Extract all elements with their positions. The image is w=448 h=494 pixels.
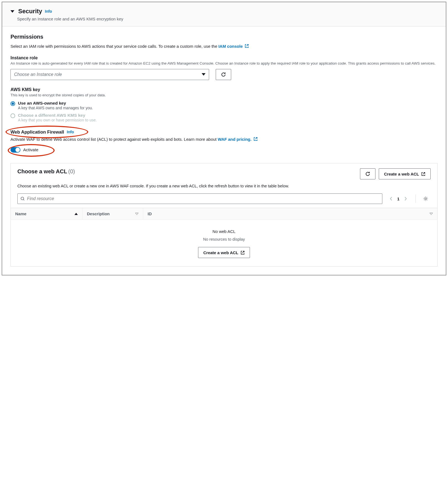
acl-title: Choose a web ACL [17, 168, 67, 174]
create-web-acl-button[interactable]: Create a web ACL [379, 168, 431, 179]
empty-subtitle: No resources to display [11, 237, 437, 241]
permissions-title: Permissions [10, 34, 438, 40]
kms-opt1-label: Use an AWS-owned key [18, 101, 93, 106]
waf-toggle-row: Activate [10, 147, 38, 153]
acl-header: Choose a web ACL (0) Create a web ACL [11, 163, 437, 183]
instance-role-help: An Instance role is auto-generated for e… [10, 61, 438, 66]
col-desc-label: Description [87, 211, 110, 216]
external-link-icon [421, 172, 425, 176]
kms-opt2-label: Choose a different AWS KMS key [18, 113, 97, 118]
waf-pricing-link[interactable]: WAF and pricing. [218, 137, 258, 142]
external-link-icon [254, 137, 258, 141]
waf-toggle-label: Activate [23, 147, 38, 152]
waf-desc: Activate WAF to define Web access contro… [10, 136, 438, 142]
iam-console-link[interactable]: IAM console [218, 44, 249, 49]
col-description[interactable]: Description [82, 208, 143, 219]
acl-count: (0) [68, 168, 75, 174]
kms-radio-group: Use an AWS-owned key A key that AWS owns… [10, 101, 438, 122]
waf-activate-toggle[interactable] [10, 147, 20, 153]
col-id-label: ID [148, 211, 152, 216]
security-info-link[interactable]: Info [45, 9, 52, 14]
svg-point-1 [425, 198, 426, 200]
kms-help: This key is used to encrypt the stored c… [10, 93, 438, 98]
iam-console-link-text: IAM console [218, 44, 243, 49]
radio-icon [10, 113, 15, 118]
create-web-acl-label: Create a web ACL [384, 172, 419, 176]
refresh-icon [365, 171, 370, 177]
svg-point-0 [21, 197, 24, 200]
acl-desc: Choose an existing web ACL or create a n… [11, 183, 437, 193]
waf-title: Web Application Firewall [10, 129, 64, 135]
radio-icon[interactable] [10, 101, 15, 106]
col-id[interactable]: ID [143, 208, 437, 219]
security-title: Security [18, 8, 42, 15]
create-web-acl-empty-button[interactable]: Create a web ACL [198, 247, 250, 258]
chevron-left-icon [390, 196, 393, 201]
acl-actions: Create a web ACL [360, 168, 431, 179]
create-web-acl-empty-label: Create a web ACL [203, 250, 238, 255]
sort-icon [135, 213, 138, 215]
web-acl-panel: Choose a web ACL (0) Create a web ACL Ch… [10, 163, 438, 267]
waf-pricing-link-text: WAF and pricing. [218, 137, 252, 142]
kms-opt2-sub: A key that you own or have permission to… [18, 118, 97, 122]
refresh-instance-role-button[interactable] [216, 69, 231, 80]
instance-role-row: Choose an Instance role [10, 69, 438, 80]
permissions-desc: Select an IAM role with permissions to A… [10, 43, 438, 49]
kms-label: AWS KMS key [10, 87, 438, 92]
acl-empty-state: No web ACL No resources to display Creat… [11, 220, 437, 266]
acl-search-input[interactable] [27, 196, 379, 201]
chevron-right-icon [404, 196, 407, 201]
sort-asc-icon [74, 213, 78, 215]
security-body: Permissions Select an IAM role with perm… [2, 26, 446, 275]
waf-info-link[interactable]: Info [67, 130, 74, 134]
refresh-acl-button[interactable] [360, 168, 375, 179]
external-link-icon [245, 44, 249, 48]
sort-icon [430, 213, 433, 215]
prev-page-button[interactable] [388, 195, 394, 202]
security-header-row[interactable]: Security Info [10, 8, 438, 15]
empty-title: No web ACL [11, 229, 437, 234]
acl-toolbar: 1 [11, 193, 437, 208]
external-link-icon [241, 251, 245, 255]
refresh-icon [221, 72, 226, 77]
chevron-down-icon [202, 73, 206, 76]
col-name-label: Name [15, 211, 26, 216]
search-icon [20, 196, 25, 201]
toggle-knob [15, 148, 20, 152]
acl-search[interactable] [17, 193, 382, 204]
page-number: 1 [397, 196, 399, 201]
col-name[interactable]: Name [11, 208, 82, 219]
waf-header: Web Application Firewall Info [10, 129, 438, 135]
kms-opt1-sub: A key that AWS owns and manages for you. [18, 106, 93, 110]
security-desc: Specify an Instance role and an AWS KMS … [17, 17, 438, 21]
gear-icon [423, 196, 428, 201]
waf-desc-text: Activate WAF to define Web access contro… [10, 137, 218, 142]
divider [415, 195, 416, 203]
security-header: Security Info Specify an Instance role a… [2, 2, 446, 26]
instance-role-label: Instance role [10, 55, 438, 60]
permissions-desc-text: Select an IAM role with permissions to A… [10, 44, 218, 49]
table-settings-button[interactable] [421, 193, 431, 204]
acl-pagination: 1 [386, 193, 410, 204]
kms-option-custom: Choose a different AWS KMS key A key tha… [10, 113, 438, 122]
instance-role-select[interactable]: Choose an Instance role [10, 69, 209, 80]
security-panel: Security Info Specify an Instance role a… [2, 2, 446, 275]
collapse-caret-icon[interactable] [10, 10, 14, 13]
instance-role-placeholder: Choose an Instance role [14, 72, 62, 77]
next-page-button[interactable] [403, 195, 408, 202]
acl-table-header: Name Description ID [11, 208, 437, 220]
kms-option-owned[interactable]: Use an AWS-owned key A key that AWS owns… [10, 101, 438, 110]
